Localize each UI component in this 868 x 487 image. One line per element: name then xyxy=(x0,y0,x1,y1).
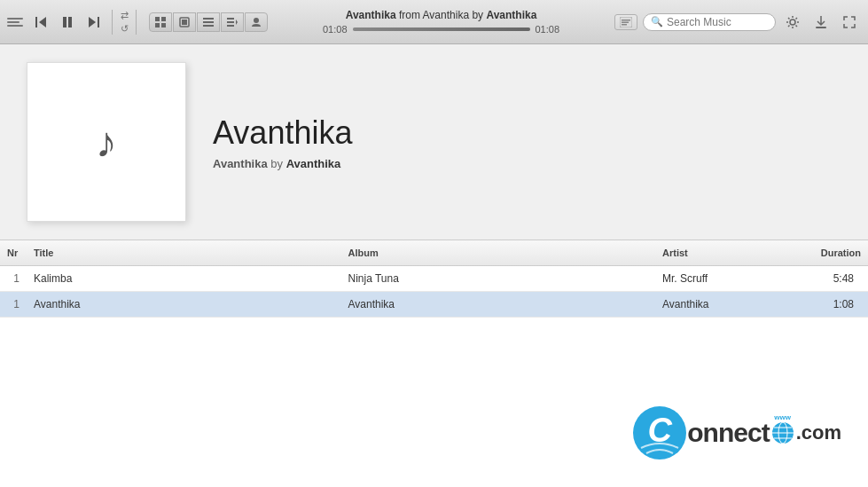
svg-rect-13 xyxy=(203,21,214,23)
search-box: 🔍 xyxy=(643,13,776,31)
col-nr: Nr xyxy=(0,244,27,262)
transport-controls xyxy=(7,10,106,35)
table-row[interactable]: 1 Kalimba Ninja Tuna Mr. Scruff 5:48 xyxy=(0,266,868,292)
album-subtitle: Avanthika by Avanthika xyxy=(213,157,352,170)
col-artist: Artist xyxy=(655,244,797,262)
shuffle-repeat-button[interactable]: ⇄ ↺ xyxy=(114,12,134,32)
svg-rect-8 xyxy=(155,23,160,27)
logo-globe: www xyxy=(771,414,794,444)
svg-rect-25 xyxy=(816,27,826,28)
svg-point-24 xyxy=(790,20,795,25)
svg-rect-14 xyxy=(203,25,214,27)
now-playing-title: Avanthika from Avanthika by Avanthika xyxy=(346,9,537,21)
download-button[interactable] xyxy=(809,11,833,34)
svg-rect-1 xyxy=(35,17,37,27)
track-album: Avanthika xyxy=(341,294,656,315)
col-album: Album xyxy=(341,244,656,262)
track-number: 1 xyxy=(0,294,27,315)
progress-fill xyxy=(353,27,530,31)
logo-area: C onnect www .com xyxy=(632,405,841,460)
current-time: 01:08 xyxy=(323,24,348,35)
search-input[interactable] xyxy=(667,16,768,28)
track-artist: Avanthika xyxy=(655,294,797,315)
cover-view-button[interactable] xyxy=(173,12,196,32)
album-art: ♪ xyxy=(27,62,186,222)
now-playing-area: Avanthika from Avanthika by Avanthika 01… xyxy=(273,9,609,35)
svg-marker-0 xyxy=(39,17,46,27)
track-album: Ninja Tuna xyxy=(341,268,656,289)
prev-button[interactable] xyxy=(28,10,53,35)
gear-button[interactable] xyxy=(781,11,804,34)
progress-bar[interactable] xyxy=(353,27,530,31)
svg-marker-4 xyxy=(89,17,96,27)
toolbar-right: 🔍 xyxy=(614,11,861,34)
track-title: Kalimba xyxy=(27,268,341,289)
total-time: 01:08 xyxy=(536,24,560,35)
svg-marker-18 xyxy=(236,20,238,25)
svg-rect-6 xyxy=(155,17,160,21)
track-title: Avanthika xyxy=(27,294,341,315)
music-note-icon: ♪ xyxy=(96,118,117,167)
svg-rect-3 xyxy=(68,17,72,27)
col-duration: Duration xyxy=(797,244,868,262)
search-icon: 🔍 xyxy=(651,16,663,27)
track-number: 1 xyxy=(0,268,27,289)
globe-icon xyxy=(771,421,794,444)
next-button[interactable] xyxy=(82,10,106,35)
album-title: Avanthika xyxy=(213,114,352,152)
svg-rect-23 xyxy=(622,24,627,26)
progress-area: 01:08 01:08 xyxy=(323,24,559,35)
playlist-view-button[interactable] xyxy=(221,12,244,32)
table-row[interactable]: 1 Avanthika Avanthika Avanthika 1:08 xyxy=(0,292,868,318)
svg-rect-11 xyxy=(182,20,187,25)
svg-rect-7 xyxy=(161,17,166,21)
logo-onnect-text: onnect xyxy=(687,418,769,448)
track-artist: Mr. Scruff xyxy=(655,268,797,289)
svg-rect-17 xyxy=(227,25,234,27)
logo-c-letter: C xyxy=(648,413,672,447)
list-view-button[interactable] xyxy=(197,12,220,32)
toolbar: ⇄ ↺ Avanthika from Avanthika by Avanthik… xyxy=(0,0,868,44)
table-header: Nr Title Album Artist Duration xyxy=(0,240,868,266)
svg-rect-21 xyxy=(622,20,630,21)
grid-view-button[interactable] xyxy=(149,12,172,32)
svg-rect-15 xyxy=(227,18,234,20)
svg-rect-5 xyxy=(98,17,99,27)
svg-rect-16 xyxy=(227,21,234,23)
user-view-button[interactable] xyxy=(245,12,268,32)
play-pause-button[interactable] xyxy=(55,10,80,35)
logo-dotcom-text: .com xyxy=(796,421,841,444)
col-title: Title xyxy=(27,244,341,262)
expand-button[interactable] xyxy=(838,11,861,34)
track-duration: 5:48 xyxy=(797,268,868,289)
svg-rect-22 xyxy=(622,21,629,23)
svg-rect-2 xyxy=(63,17,66,27)
svg-point-19 xyxy=(254,18,259,23)
svg-rect-9 xyxy=(161,23,166,27)
album-info: Avanthika Avanthika by Avanthika xyxy=(213,114,352,170)
album-area: ♪ Avanthika Avanthika by Avanthika xyxy=(0,44,868,240)
badge-icon[interactable] xyxy=(614,14,637,30)
track-duration: 1:08 xyxy=(797,294,868,315)
view-controls xyxy=(149,12,268,32)
svg-rect-12 xyxy=(203,18,214,20)
